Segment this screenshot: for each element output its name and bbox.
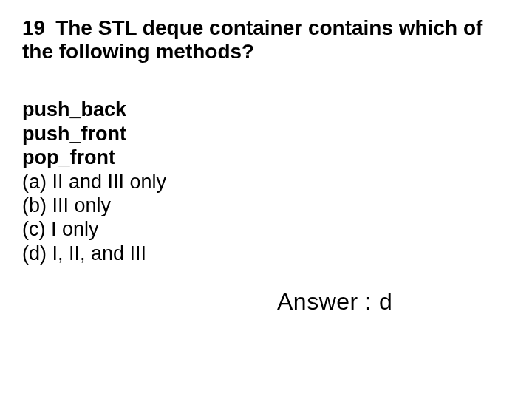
question-body: push_back push_front pop_front (a) II an… — [22, 98, 510, 265]
question-heading: 19The STL deque container contains which… — [22, 16, 510, 64]
question-number: 19 — [22, 16, 45, 39]
method-3: pop_front — [22, 146, 510, 169]
question-text: The STL deque container contains which o… — [22, 16, 482, 63]
choice-b: (b) III only — [22, 194, 510, 217]
choice-c: (c) I only — [22, 217, 510, 241]
answer-text: Answer : d — [277, 288, 392, 316]
method-2: push_front — [22, 122, 510, 146]
method-1: push_back — [22, 98, 510, 121]
slide: 19The STL deque container contains which… — [0, 0, 532, 399]
choice-a: (a) II and III only — [22, 170, 510, 194]
choice-d: (d) I, II, and III — [22, 242, 510, 265]
